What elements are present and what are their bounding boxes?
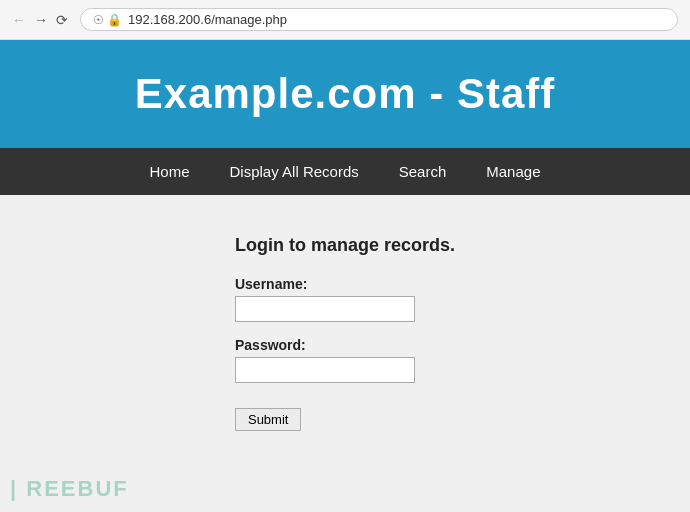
username-label: Username: [235, 276, 455, 292]
shield-icon: ☉ [93, 13, 104, 27]
password-group: Password: [235, 337, 455, 383]
login-title: Login to manage records. [235, 235, 455, 256]
page-content: Example.com - Staff Home Display All Rec… [0, 40, 690, 471]
url-text: 192.168.200.6/manage.php [128, 12, 287, 27]
username-input[interactable] [235, 296, 415, 322]
lock-icon: 🔒 [107, 13, 122, 27]
password-label: Password: [235, 337, 455, 353]
watermark: | REEBUF [10, 476, 129, 502]
submit-button[interactable]: Submit [235, 408, 301, 431]
site-title: Example.com - Staff [20, 70, 670, 118]
nav-item-display-all[interactable]: Display All Records [210, 148, 379, 195]
username-group: Username: [235, 276, 455, 322]
forward-arrow-icon[interactable]: → [34, 12, 48, 28]
main-nav: Home Display All Records Search Manage [0, 148, 690, 195]
login-form: Username: Password: Submit [235, 276, 455, 431]
browser-chrome: ← → ⟳ ☉ 🔒 192.168.200.6/manage.php [0, 0, 690, 40]
main-content: Login to manage records. Username: Passw… [0, 195, 690, 471]
site-header: Example.com - Staff [0, 40, 690, 148]
nav-item-home[interactable]: Home [130, 148, 210, 195]
password-input[interactable] [235, 357, 415, 383]
refresh-icon[interactable]: ⟳ [56, 12, 68, 28]
nav-item-search[interactable]: Search [379, 148, 467, 195]
back-arrow-icon[interactable]: ← [12, 12, 26, 28]
security-icons: ☉ 🔒 [93, 13, 122, 27]
nav-item-manage[interactable]: Manage [466, 148, 560, 195]
login-container: Login to manage records. Username: Passw… [235, 235, 455, 431]
browser-nav: ← → ⟳ [12, 12, 68, 28]
address-bar[interactable]: ☉ 🔒 192.168.200.6/manage.php [80, 8, 678, 31]
